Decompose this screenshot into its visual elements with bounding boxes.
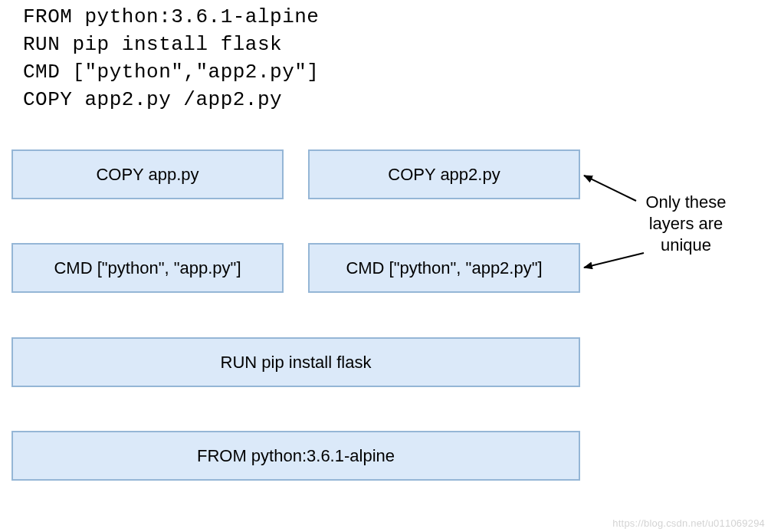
layer-box-from: FROM python:3.6.1-alpine — [11, 431, 580, 481]
annotation-line-3: unique — [628, 235, 743, 256]
layer-box-copy-left: COPY app.py — [11, 149, 284, 199]
layer-box-cmd-right: CMD ["python", "app2.py"] — [308, 243, 580, 293]
dockerfile-code: FROM python:3.6.1-alpine RUN pip install… — [23, 3, 319, 113]
layer-label: CMD ["python", "app2.py"] — [346, 258, 542, 278]
layer-box-cmd-left: CMD ["python", "app.py"] — [11, 243, 284, 293]
watermark: https://blog.csdn.net/u011069294 — [612, 517, 765, 529]
layer-label: CMD ["python", "app.py"] — [54, 258, 241, 278]
code-line-4: COPY app2.py /app2.py — [23, 88, 282, 111]
code-line-2: RUN pip install flask — [23, 33, 282, 56]
layer-box-run: RUN pip install flask — [11, 337, 580, 387]
layer-box-copy-right: COPY app2.py — [308, 149, 580, 199]
annotation-line-1: Only these — [628, 192, 743, 213]
code-line-1: FROM python:3.6.1-alpine — [23, 5, 319, 28]
layer-label: COPY app.py — [96, 165, 198, 185]
code-line-3: CMD ["python","app2.py"] — [23, 61, 319, 84]
layer-label: FROM python:3.6.1-alpine — [197, 446, 395, 466]
annotation-unique-layers: Only these layers are unique — [628, 192, 743, 256]
annotation-line-2: layers are — [628, 213, 743, 235]
layer-label: COPY app2.py — [388, 165, 500, 185]
layer-label: RUN pip install flask — [221, 353, 372, 373]
